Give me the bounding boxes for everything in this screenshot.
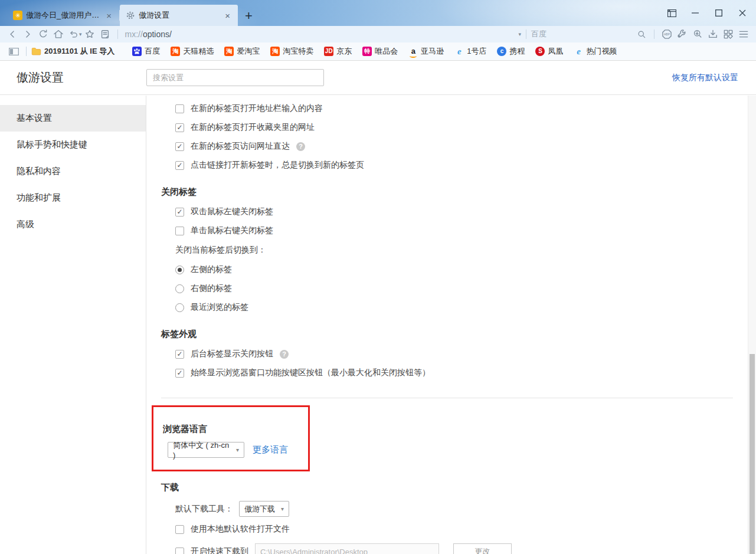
minimize-button[interactable] (686, 5, 704, 21)
checkbox[interactable] (175, 161, 184, 170)
download-manager-icon[interactable] (705, 28, 721, 41)
sidebar-item-0[interactable]: 基本设置 (0, 105, 146, 132)
quick-download-label: 开启快速下载到 (191, 546, 248, 554)
download-tool-select[interactable]: 傲游下载 ▾ (239, 501, 289, 517)
settings-sidebar: 基本设置鼠标手势和快捷键隐私和内容功能和扩展高级 (0, 96, 146, 554)
amazon-icon: a (408, 47, 418, 56)
tab-title: 傲游今日_傲游用户专属的网 (26, 10, 101, 21)
checkbox[interactable] (175, 123, 184, 132)
adblock-icon[interactable]: ABP (659, 28, 675, 41)
ifeng-icon: S (535, 47, 545, 56)
search-icon[interactable] (634, 28, 649, 41)
back-icon[interactable] (5, 28, 20, 41)
quick-download-row: 开启快速下载到 更改 (161, 539, 747, 554)
bookmark-item-7[interactable]: e1号店 (454, 46, 486, 57)
tab-title: 傲游设置 (139, 10, 220, 21)
bookmark-item-8[interactable]: c携程 (497, 46, 525, 57)
tab-settings[interactable]: 傲游设置 × (120, 5, 238, 26)
bookmark-item-9[interactable]: S凤凰 (535, 46, 563, 57)
new-tab-button[interactable]: + (245, 9, 253, 22)
sidebar-toggle-icon[interactable] (6, 45, 21, 58)
navigation-toolbar: ▾ mx://options/ ▾ 百度 ABP (0, 26, 756, 42)
tab-close-icon[interactable]: × (104, 11, 113, 21)
option-label: 左侧的标签 (191, 264, 232, 275)
sidebar-item-2[interactable]: 隐私和内容 (0, 158, 146, 185)
reading-list-icon[interactable] (97, 28, 113, 41)
option-row-6: 单击鼠标右键关闭标签 (161, 221, 747, 240)
checkbox[interactable] (175, 227, 184, 235)
checkbox[interactable] (175, 369, 184, 378)
sidebar-item-1[interactable]: 鼠标手势和快捷键 (0, 132, 146, 158)
sidebar-item-4[interactable]: 高级 (0, 211, 146, 238)
baidu-paw-icon (132, 47, 142, 56)
radio-button[interactable] (175, 303, 184, 312)
tab-close-icon[interactable]: × (223, 11, 232, 21)
option-row-3: 点击链接打开新标签时，总是切换到新的标签页 (161, 156, 747, 175)
url-path: options/ (143, 29, 172, 39)
forward-icon[interactable] (20, 28, 35, 41)
checkbox[interactable] (175, 208, 184, 217)
search-bar[interactable]: 百度 (531, 28, 649, 41)
toolbar-separator (526, 29, 526, 39)
download-path-input[interactable] (255, 543, 439, 554)
page-scrollbar[interactable] (748, 96, 756, 554)
language-section-heading: 浏览器语言 (163, 424, 299, 435)
change-path-button[interactable]: 更改 (453, 543, 512, 554)
option-label: 单击鼠标右键关闭标签 (191, 225, 273, 236)
bookmark-label: 京东 (336, 46, 352, 57)
checkbox[interactable] (175, 104, 184, 113)
bookmark-item-5[interactable]: 特唯品会 (362, 46, 398, 57)
menu-hamburger-icon[interactable] (736, 28, 751, 41)
bookmark-label: 亚马逊 (421, 46, 444, 57)
bookmark-item-1[interactable]: 淘天猫精选 (171, 46, 214, 57)
more-languages-link[interactable]: 更多语言 (253, 444, 288, 455)
option-label: 右侧的标签 (191, 283, 232, 294)
close-button[interactable] (734, 5, 751, 21)
home-icon[interactable] (51, 28, 66, 41)
maximize-button[interactable] (710, 5, 728, 21)
bookmark-item-4[interactable]: JD京东 (324, 46, 352, 57)
apps-grid-icon[interactable] (721, 28, 736, 41)
folder-icon (31, 47, 41, 55)
scrollbar-thumb[interactable] (750, 354, 755, 554)
tab-bar: ✳ 傲游今日_傲游用户专属的网 × 傲游设置 × + (0, 0, 756, 26)
open-with-local-label: 使用本地默认软件打开文件 (191, 524, 290, 535)
restore-defaults-link[interactable]: 恢复所有默认设置 (672, 73, 738, 83)
url-dropdown-icon[interactable]: ▾ (518, 31, 521, 37)
radio-button[interactable] (175, 265, 184, 274)
window-layout-icon[interactable] (663, 5, 680, 21)
radio-button[interactable] (175, 284, 184, 293)
url-display[interactable]: mx://options/ (125, 29, 172, 39)
sidebar-item-3[interactable]: 功能和扩展 (0, 185, 146, 211)
refresh-icon[interactable] (35, 28, 51, 41)
settings-search-input[interactable] (146, 69, 324, 86)
option-label: 双击鼠标左键关闭标签 (191, 206, 273, 217)
bookmark-item-2[interactable]: 淘爱淘宝 (224, 46, 260, 57)
bookmark-folder-label: 20191101 从 IE 导入 (44, 46, 114, 57)
bookmark-item-10[interactable]: e热门视频 (574, 46, 617, 57)
svg-text:ABP: ABP (664, 32, 670, 36)
help-icon[interactable]: ? (296, 142, 305, 151)
option-label: 在新的标签页打开收藏夹里的网址 (191, 122, 315, 133)
bookmark-folder[interactable]: 20191101 从 IE 导入 (31, 46, 114, 57)
language-highlight-box: 浏览器语言 简体中文 ( zh-cn ) ▾ 更多语言 (152, 405, 310, 471)
favorite-star-icon[interactable] (82, 28, 97, 41)
help-icon[interactable]: ? (280, 350, 289, 359)
bookmark-item-6[interactable]: a亚马逊 (408, 46, 444, 57)
settings-header: 傲游设置 恢复所有默认设置 (0, 61, 756, 95)
tab-maxthon-today[interactable]: ✳ 傲游今日_傲游用户专属的网 × (7, 5, 119, 26)
quick-download-checkbox[interactable] (175, 548, 184, 554)
bookmark-item-3[interactable]: 淘淘宝特卖 (270, 46, 313, 57)
bookmark-label: 携程 (509, 46, 525, 57)
vip-icon: 特 (362, 47, 372, 56)
tools-wrench-icon[interactable] (675, 28, 690, 41)
language-select[interactable]: 简体中文 ( zh-cn ) ▾ (168, 442, 244, 458)
bookmark-item-0[interactable]: 百度 (132, 46, 160, 57)
open-with-local-checkbox[interactable] (175, 525, 184, 534)
checkbox[interactable] (175, 350, 184, 359)
resource-sniffer-icon[interactable] (690, 28, 705, 41)
checkbox[interactable] (175, 142, 184, 151)
option-row-13: 始终显示浏览器窗口功能按键区按钮（最小最大化和关闭按钮等） (161, 363, 747, 382)
option-label: 在新的标签页访问网址直达 (191, 141, 290, 152)
chevron-down-icon: ▾ (236, 447, 239, 453)
